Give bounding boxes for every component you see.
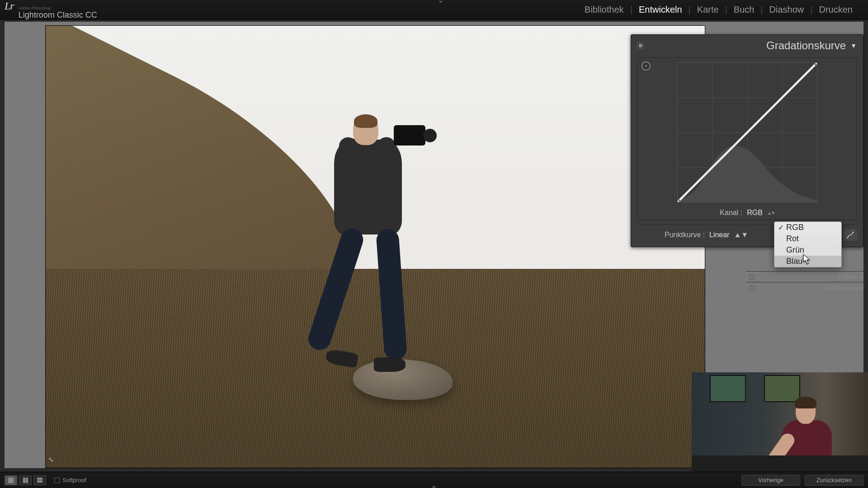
- curve-edit-icon: [847, 231, 854, 239]
- point-curve-dropdown[interactable]: Linear: [709, 231, 729, 239]
- channel-option-gruen[interactable]: Grün: [774, 244, 841, 256]
- point-curve-edit-toggle[interactable]: [844, 230, 857, 240]
- view-beforeafter-lr-button[interactable]: [19, 475, 32, 485]
- tone-curve-title: Gradationskurve: [766, 39, 846, 52]
- webcam-overlay: [692, 372, 868, 472]
- targeted-adjustment-icon[interactable]: [642, 61, 651, 70]
- channel-label: Kanal :: [720, 209, 742, 217]
- bottom-panel-grip-icon[interactable]: [427, 484, 441, 488]
- tone-curve-graph[interactable]: [677, 62, 817, 202]
- preview-photo[interactable]: ⤡: [46, 26, 705, 468]
- panel-toggle-icon[interactable]: [750, 286, 754, 290]
- chevron-left-icon: ◀: [860, 275, 863, 279]
- panel-toggle-icon[interactable]: [637, 42, 644, 49]
- previous-button[interactable]: Vorherige: [741, 475, 800, 486]
- svg-point-2: [815, 63, 817, 65]
- panel-toggle-icon[interactable]: [750, 275, 754, 279]
- flag-indicator-icon: ⤡: [48, 456, 54, 463]
- dropdown-stepper-icon[interactable]: ▲▼: [734, 231, 748, 239]
- softproof-checkbox[interactable]: [54, 478, 60, 483]
- svg-point-3: [847, 237, 849, 239]
- app-vendor: Adobe Photoshop: [19, 6, 97, 10]
- channel-dropdown[interactable]: RGB: [747, 209, 763, 217]
- module-diashow[interactable]: Diashow: [763, 5, 811, 15]
- channel-option-rot[interactable]: Rot: [774, 233, 841, 244]
- point-curve-label: Punktkurve :: [665, 231, 705, 239]
- view-beforeafter-tb-button[interactable]: [33, 475, 46, 485]
- calibration-label: Kalibrierung: [826, 284, 857, 291]
- top-bar: Lr Adobe Photoshop Lightroom Classic CC …: [0, 0, 868, 20]
- chevron-left-icon: ◀: [860, 286, 863, 290]
- view-loupe-button[interactable]: [5, 475, 17, 485]
- module-karte[interactable]: Karte: [691, 5, 725, 15]
- bottom-right-buttons: Vorherige Zurücksetzen: [741, 475, 863, 486]
- chevron-down-icon: ▼: [850, 42, 857, 49]
- svg-point-1: [678, 200, 680, 202]
- curve-svg: [678, 63, 817, 202]
- channel-dropdown-menu: RGB Rot Grün Blau: [774, 221, 842, 267]
- tone-curve-header[interactable]: Gradationskurve ▼: [631, 35, 863, 54]
- module-drucken[interactable]: Drucken: [813, 5, 859, 15]
- app-brand: Lr Adobe Photoshop Lightroom Classic CC: [0, 0, 97, 20]
- softproof-label: Softproof: [62, 477, 86, 483]
- svg-point-4: [853, 232, 854, 233]
- app-logo: Lr: [5, 0, 14, 12]
- tone-curve-area: Kanal : RGB ▲▼: [637, 57, 857, 220]
- module-buch[interactable]: Buch: [727, 5, 761, 15]
- photo-subject: [312, 116, 403, 396]
- collapsed-panels: Effekte ◀ Kalibrierung ◀: [746, 271, 863, 293]
- photo-frame: ⤡: [45, 25, 705, 468]
- module-bibliothek[interactable]: Bibliothek: [578, 5, 630, 15]
- module-picker: Bibliothek | Entwickeln | Karte | Buch |…: [578, 5, 868, 15]
- module-entwickeln[interactable]: Entwickeln: [632, 5, 689, 15]
- tone-curve-panel: Gradationskurve ▼ Kanal : RGB ▲▼: [631, 34, 863, 247]
- dropdown-stepper-icon[interactable]: ▲▼: [767, 210, 774, 216]
- channel-option-blau[interactable]: Blau: [774, 256, 841, 267]
- channel-row: Kanal : RGB ▲▼: [642, 209, 852, 217]
- calibration-panel-header[interactable]: Kalibrierung ◀: [746, 282, 863, 293]
- channel-option-rgb[interactable]: RGB: [774, 222, 841, 233]
- app-name: Lightroom Classic CC: [19, 10, 97, 20]
- top-panel-grip-icon[interactable]: [434, 0, 448, 4]
- effects-panel-header[interactable]: Effekte ◀: [746, 271, 863, 282]
- reset-button[interactable]: Zurücksetzen: [805, 475, 863, 486]
- app-title-block: Adobe Photoshop Lightroom Classic CC: [19, 6, 97, 20]
- effects-label: Effekte: [839, 273, 857, 280]
